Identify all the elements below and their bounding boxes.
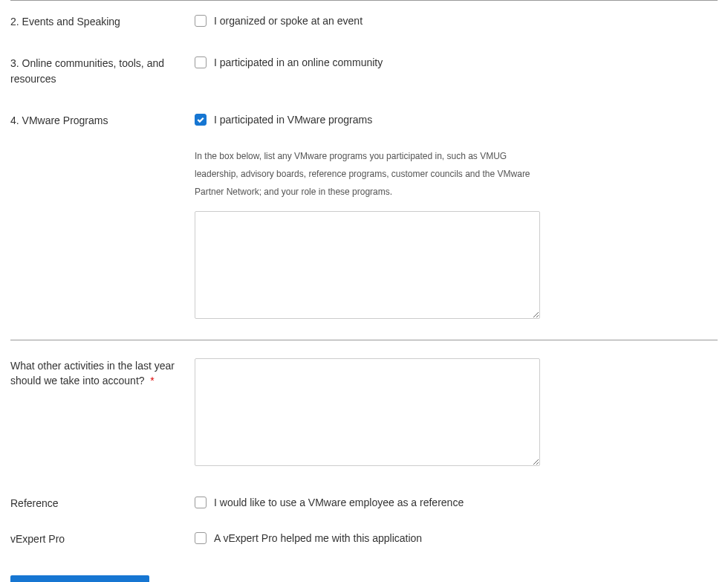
label-events: 2. Events and Speaking xyxy=(10,14,195,29)
checkmark-icon xyxy=(196,115,205,124)
row-reference: Reference I would like to use a VMware e… xyxy=(10,479,718,521)
row-events: 2. Events and Speaking I organized or sp… xyxy=(10,1,718,42)
row-vexpert: vExpert Pro A vExpert Pro helped me with… xyxy=(10,521,718,560)
row-vmware: 4. VMware Programs I participated in VMw… xyxy=(10,100,718,340)
checkbox-label-events: I organized or spoke at an event xyxy=(214,14,363,28)
checkbox-label-online: I participated in an online community xyxy=(214,56,383,69)
checkbox-vexpert[interactable] xyxy=(195,532,207,544)
label-reference: Reference xyxy=(10,496,195,511)
checkbox-label-vexpert: A vExpert Pro helped me with this applic… xyxy=(214,531,422,545)
submit-button[interactable]: SUBMIT APPLICATION xyxy=(10,575,149,582)
checkbox-label-reference: I would like to use a VMware employee as… xyxy=(214,496,464,509)
help-text-vmware: In the box below, list any VMware progra… xyxy=(195,147,544,201)
checkbox-online[interactable] xyxy=(195,56,207,68)
checkbox-label-vmware: I participated in VMware programs xyxy=(214,113,372,126)
textarea-vmware-programs[interactable] xyxy=(195,211,540,319)
checkbox-vmware[interactable] xyxy=(195,114,207,126)
label-vexpert: vExpert Pro xyxy=(10,531,195,546)
label-vmware: 4. VMware Programs xyxy=(10,113,195,319)
row-other-activities: What other activities in the last year s… xyxy=(10,340,718,479)
row-online: 3. Online communities, tools, and resour… xyxy=(10,42,718,100)
label-online: 3. Online communities, tools, and resour… xyxy=(10,56,195,86)
label-other-activities: What other activities in the last year s… xyxy=(10,358,195,466)
textarea-other-activities[interactable] xyxy=(195,358,540,466)
checkbox-events[interactable] xyxy=(195,15,207,27)
checkbox-reference[interactable] xyxy=(195,497,207,508)
required-marker: * xyxy=(150,375,154,387)
